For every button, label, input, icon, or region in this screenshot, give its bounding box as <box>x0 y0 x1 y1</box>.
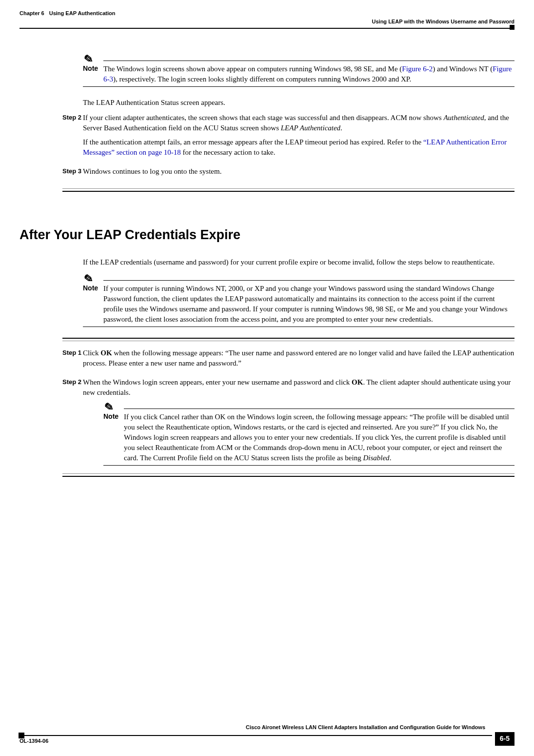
italic-text: Disabled <box>363 454 389 462</box>
note-block: ✎ Note The Windows login screens shown a… <box>83 61 514 87</box>
italic-text: Authenticated <box>443 114 484 122</box>
note-text-segment: ) and Windows NT ( <box>433 65 493 73</box>
page-footer: Cisco Aironet Wireless LAN Client Adapte… <box>20 724 514 746</box>
section-title: Using LEAP with the Windows Username and… <box>372 19 514 24</box>
note-text: The Windows login screens shown above ap… <box>103 64 514 84</box>
bold-text: OK <box>100 349 112 357</box>
text-segment: when the following message appears: “The… <box>83 349 514 367</box>
body-paragraph: The LEAP Authentication Status screen ap… <box>83 98 514 108</box>
section-heading: After Your LEAP Credentials Expire <box>20 226 514 245</box>
step-label: Step 2 <box>62 377 83 466</box>
header-rule <box>20 28 514 29</box>
note-block: ✎ Note If you click Cancel rather than O… <box>103 409 514 466</box>
step-block: Step 2 If your client adapter authentica… <box>62 113 514 162</box>
step-paragraph: When the Windows login screen appears, e… <box>83 377 514 398</box>
italic-text: LEAP Authenticated <box>281 124 340 132</box>
step-label: Step 3 <box>62 166 83 181</box>
step-paragraph: If your client adapter authenticates, th… <box>83 113 514 133</box>
note-block: ✎ Note If your computer is running Windo… <box>83 280 514 327</box>
chapter-number: Chapter 6 <box>20 10 44 17</box>
text-segment: If the authentication attempt fails, an … <box>83 138 423 146</box>
steps-end-rule <box>62 188 514 192</box>
text-segment: If your client adapter authenticates, th… <box>83 114 443 122</box>
chapter-title: Using EAP Authentication <box>49 10 116 17</box>
page-number: 6-5 <box>495 732 514 746</box>
step-paragraph: Windows continues to log you onto the sy… <box>83 166 514 177</box>
text-segment: . <box>340 124 342 132</box>
note-label: Note <box>103 412 124 463</box>
step-label: Step 1 <box>62 348 83 372</box>
note-text-segment: The Windows login screens shown above ap… <box>103 65 402 73</box>
step-label: Step 2 <box>62 113 83 162</box>
steps-end-rule <box>62 473 514 477</box>
step-block: Step 3 Windows continues to log you onto… <box>62 166 514 181</box>
figure-link[interactable]: Figure 6-2 <box>402 65 433 73</box>
text-segment: . <box>390 454 392 462</box>
note-text: If you click Cancel rather than OK on th… <box>124 412 514 463</box>
text-segment: When the Windows login screen appears, e… <box>83 378 352 386</box>
page-header: Chapter 6 Using EAP Authentication Using… <box>20 10 514 26</box>
step-paragraph: Click OK when the following message appe… <box>83 348 514 368</box>
steps-start-rule <box>62 338 514 341</box>
step-block: Step 1 Click OK when the following messa… <box>62 348 514 372</box>
note-text: If your computer is running Windows NT, … <box>103 284 514 325</box>
step-paragraph: If the authentication attempt fails, an … <box>83 137 514 158</box>
footer-guide-title: Cisco Aironet Wireless LAN Client Adapte… <box>20 724 514 731</box>
body-paragraph: If the LEAP credentials (username and pa… <box>83 257 514 267</box>
text-segment: for the necessary action to take. <box>181 148 276 156</box>
text-segment: Click <box>83 349 100 357</box>
footer-doc-id: OL-1394-06 <box>20 736 492 745</box>
bold-text: OK <box>352 378 363 386</box>
step-block: Step 2 When the Windows login screen app… <box>62 377 514 466</box>
text-segment: If you click Cancel rather than OK on th… <box>124 413 509 462</box>
note-text-segment: ), respectively. The login screen looks … <box>113 75 411 83</box>
note-label: Note <box>83 284 103 325</box>
